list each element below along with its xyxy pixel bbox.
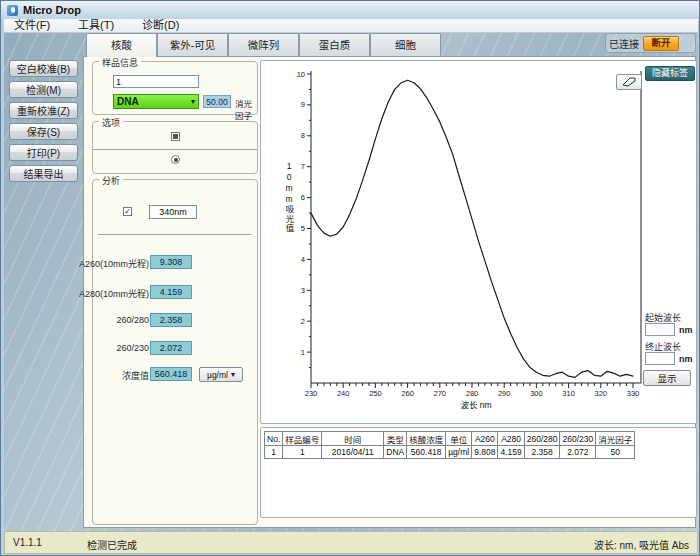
- spectrum-chart: 2302402502602702802903003103203301234567…: [261, 61, 698, 425]
- y-tick-label: 1: [301, 348, 305, 357]
- menu-bar: 文件(F)工具(T)诊断(D): [4, 19, 698, 33]
- ratio-260-230-value: 2.072: [150, 341, 192, 355]
- plot-axes: [311, 71, 641, 383]
- connection-status: 已连接: [609, 36, 639, 51]
- menu-tools[interactable]: 工具(T): [78, 19, 114, 32]
- analysis-checkbox[interactable]: [123, 207, 132, 216]
- header-cell: 时间: [322, 432, 384, 446]
- tab-nucleic-acid[interactable]: 核酸: [86, 33, 157, 57]
- y-tick-label: 3: [301, 286, 305, 295]
- analysis-row: 浓度值560.418µg/ml▾: [93, 367, 257, 382]
- sample-info-group: 样品信息 DNA ▾ 50.00 消光因子: [92, 61, 258, 115]
- analysis-divider: [98, 234, 251, 235]
- connection-group: 已连接 断开: [605, 33, 696, 53]
- table-header-row: No.样品编号时间类型核酸浓度单位A260A280260/280260/230消…: [265, 432, 635, 446]
- tab-microarray[interactable]: 微阵列: [228, 33, 299, 56]
- table-cell: 1: [283, 446, 322, 459]
- export-results-button[interactable]: 结果导出: [9, 165, 78, 182]
- results-table-panel: No.样品编号时间类型核酸浓度单位A260A280260/280260/230消…: [260, 427, 697, 518]
- print-button[interactable]: 打印(P): [9, 144, 78, 161]
- x-tick-label: 280: [466, 389, 479, 398]
- header-cell: 260/280: [524, 432, 560, 446]
- y-tick-label: 6: [301, 193, 305, 202]
- disconnect-button[interactable]: 断开: [643, 36, 679, 51]
- end-nm-suffix: nm: [679, 354, 693, 364]
- table-cell: 9.808: [472, 446, 498, 459]
- header-cell: No.: [265, 432, 283, 446]
- chart-panel: 2302402502602702802903003103203301234567…: [260, 60, 697, 424]
- sample-id-input[interactable]: [113, 75, 199, 88]
- options-group: 选项: [92, 121, 258, 174]
- title-bar[interactable]: Micro Drop: [1, 1, 700, 19]
- y-tick-label: 7: [301, 162, 305, 171]
- header-cell: 样品编号: [283, 432, 322, 446]
- extinction-factor-label: 消光因子: [235, 97, 257, 121]
- table-cell: 2016/04/11: [322, 446, 384, 459]
- analysis-row: 260/2802.358: [93, 313, 257, 328]
- options-title: 选项: [99, 116, 123, 129]
- blank-calibration-button[interactable]: 空白校准(B): [9, 60, 78, 77]
- analysis-row: 260/2302.072: [93, 341, 257, 356]
- options-checkbox[interactable]: [171, 132, 180, 141]
- y-tick-label: 2: [301, 317, 305, 326]
- analysis-row: A260(10mm光程)9.308: [93, 255, 257, 270]
- end-wavelength-input[interactable]: [645, 352, 675, 365]
- x-tick-label: 260: [401, 389, 414, 398]
- a260-label: A260(10mm光程): [79, 257, 149, 270]
- ratio-260-230-label: 260/230: [116, 343, 149, 353]
- unit-label: µg/ml: [207, 370, 228, 380]
- x-tick-label: 230: [305, 389, 318, 398]
- x-tick-label: 250: [369, 389, 382, 398]
- x-tick-label: 320: [595, 389, 608, 398]
- save-button[interactable]: 保存(S): [9, 123, 78, 140]
- status-units: 波长: nm, 吸光值 Abs: [594, 537, 689, 552]
- a260-value: 9.308: [150, 255, 192, 269]
- x-tick-label: 290: [498, 389, 511, 398]
- options-divider: [93, 149, 257, 150]
- app-icon: [7, 5, 18, 16]
- x-tick-label: 240: [337, 389, 350, 398]
- tab-protein[interactable]: 蛋白质: [299, 33, 370, 56]
- header-cell: 类型: [384, 432, 407, 446]
- menu-diagnosis[interactable]: 诊断(D): [142, 19, 179, 32]
- tab-uv-vis[interactable]: 紫外-可见: [157, 33, 228, 56]
- x-tick-label: 300: [530, 389, 543, 398]
- hide-labels-button[interactable]: 隐藏标签: [645, 66, 695, 81]
- x-tick-label: 270: [434, 389, 447, 398]
- recalibrate-button[interactable]: 重新校准(Z): [9, 102, 78, 119]
- y-axis-title: 10mm吸光值: [283, 161, 295, 234]
- options-radio[interactable]: [171, 155, 180, 164]
- menu-file[interactable]: 文件(F): [14, 19, 50, 32]
- tag-icon-button[interactable]: [616, 74, 642, 90]
- table-cell: 4.159: [498, 446, 524, 459]
- version-label: V1.1.1: [13, 537, 42, 548]
- window-title: Micro Drop: [23, 4, 81, 16]
- concentration-value: 560.418: [150, 367, 192, 381]
- unit-select[interactable]: µg/ml▾: [199, 367, 243, 382]
- tab-cell[interactable]: 细胞: [370, 33, 441, 56]
- header-cell: A260: [472, 432, 498, 446]
- ratio-260-280-label: 260/280: [116, 315, 149, 325]
- status-message: 检测已完成: [87, 537, 137, 552]
- sample-type-select[interactable]: DNA ▾: [113, 94, 199, 109]
- y-tick-label: 10: [297, 70, 305, 79]
- y-tick-label: 5: [301, 224, 305, 233]
- spectrum-curve: [311, 80, 633, 377]
- show-button[interactable]: 显示: [643, 370, 691, 386]
- y-tick-label: 8: [301, 131, 305, 140]
- header-cell: 260/230: [560, 432, 596, 446]
- x-tick-label: 330: [627, 389, 640, 398]
- table-row[interactable]: 112016/04/11DNA560.418µg/ml9.8084.1592.3…: [265, 446, 635, 459]
- analysis-group: 分析 A260(10mm光程)9.308A280(10mm光程)4.159260…: [92, 179, 258, 525]
- start-wavelength-input[interactable]: [645, 323, 675, 336]
- a280-label: A280(10mm光程): [79, 287, 149, 300]
- tag-icon: [622, 77, 636, 87]
- status-bar: V1.1.1 检测已完成 波长: nm, 吸光值 Abs: [4, 531, 698, 554]
- measure-button[interactable]: 检测(M): [9, 81, 78, 98]
- extinction-factor-value: 50.00: [203, 95, 231, 108]
- header-cell: 核酸浓度: [407, 432, 446, 446]
- a280-value: 4.159: [150, 285, 192, 299]
- analysis-wavelength-input[interactable]: [149, 205, 197, 219]
- app-window: Micro Drop 文件(F)工具(T)诊断(D) 核酸紫外-可见微阵列蛋白质…: [0, 0, 700, 556]
- table-cell: 1: [265, 446, 283, 459]
